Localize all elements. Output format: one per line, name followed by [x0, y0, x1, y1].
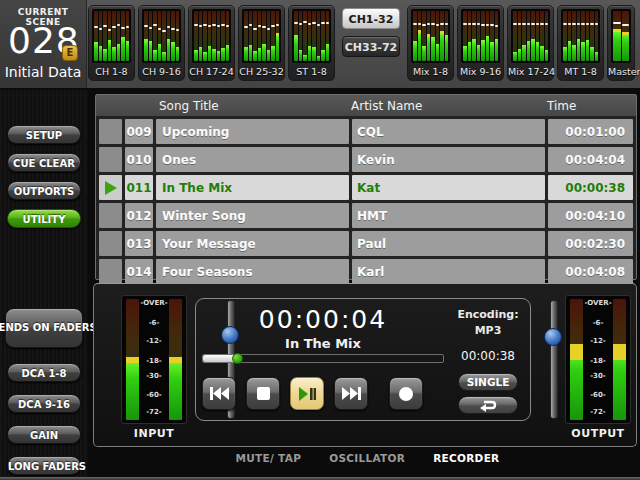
meter-bar [153, 11, 157, 61]
bottom-tab-bar: MUTE/ TAPOSCILLATORRECORDER [95, 452, 640, 464]
fast-forward-button[interactable] [334, 377, 368, 410]
tab-oscillator[interactable]: OSCILLATOR [329, 452, 405, 464]
sidebar-button-outports[interactable]: OUTPORTS [7, 181, 81, 200]
meter-block-mix-1-8[interactable]: Mix 1-8 [407, 5, 454, 81]
song-time: 00:01:00 [548, 119, 633, 144]
meter-bar [568, 11, 572, 61]
meter-block-ch-17-24[interactable]: CH 17-24 [188, 5, 235, 81]
meter-bar [522, 11, 526, 61]
meter-block-mix-9-16[interactable]: Mix 9-16 [457, 5, 504, 81]
song-table-header: Song Title Artist Name Time [96, 95, 636, 116]
meter-bar [112, 11, 116, 61]
meter-bar [199, 11, 203, 61]
meter-bar [436, 11, 440, 61]
song-row-010[interactable]: 010OnesKevin00:04:04 [99, 147, 633, 172]
rewind-button[interactable] [202, 377, 236, 410]
meter-bar [108, 11, 112, 61]
meter-screen [292, 9, 331, 63]
meter-bar [162, 11, 166, 61]
meter-block-label: Mix 9-16 [458, 63, 503, 80]
meter-block-label: Mix 17-24 [508, 63, 553, 80]
fader-bank-buttons: CH1-32CH33-72 [341, 8, 401, 57]
current-scene-panel[interactable]: CURRENT SCENE 028 E Initial Data [0, 0, 87, 88]
song-time: 00:00:38 [548, 175, 633, 200]
meter-screen [561, 9, 600, 63]
meter-scale-mark: -12- [140, 337, 168, 345]
meter-block-mt-1-8[interactable]: MT 1-8 [557, 5, 604, 81]
play-pause-button[interactable] [290, 377, 324, 410]
song-number: 014 [125, 259, 153, 284]
song-title: Winter Song [156, 203, 349, 228]
meter-bar [413, 11, 417, 61]
column-header-artist-name: Artist Name [346, 99, 539, 113]
output-label: OUTPUT [565, 427, 631, 440]
meter-bar [249, 11, 253, 61]
artist-name: Karl [352, 259, 545, 284]
meter-bar [477, 11, 481, 61]
meter-bar [581, 11, 585, 61]
repeat-button[interactable] [458, 396, 518, 414]
meter-block-label: CH 17-24 [189, 63, 234, 80]
song-table-rows: 009UpcomingCQL00:01:00010OnesKevin00:04:… [96, 116, 636, 287]
bank-button-ch33-72[interactable]: CH33-72 [342, 36, 400, 57]
meter-block-mix-17-24[interactable]: Mix 17-24 [507, 5, 554, 81]
meter-bar [518, 11, 522, 61]
sidebar-button-utility[interactable]: UTILITY [7, 209, 81, 228]
meter-bar [312, 11, 316, 61]
sidebar-button-dca-9-16[interactable]: DCA 9-16 [7, 394, 81, 413]
sidebar-button-long-faders[interactable]: LONG FADERS [7, 456, 81, 475]
stop-button[interactable] [246, 377, 280, 410]
record-button[interactable] [389, 377, 423, 410]
meter-screen [461, 9, 500, 63]
song-title: Upcoming [156, 119, 349, 144]
meter-block-master[interactable]: Master [607, 5, 635, 81]
meter-bar [158, 11, 162, 61]
single-mode-button[interactable]: SINGLE [458, 373, 518, 391]
meter-block-label: Mix 1-8 [408, 63, 453, 80]
song-total-time: 00:00:38 [428, 349, 548, 363]
tab-recorder[interactable]: RECORDER [433, 452, 499, 464]
record-icon [399, 387, 413, 401]
output-fader-knob[interactable] [544, 328, 562, 346]
sidebar-button-sends-on-faders[interactable]: SENDS ON FADERS [5, 308, 83, 348]
meter-block-st-1-8[interactable]: ST 1-8 [288, 5, 335, 81]
meter-block-label: CH 9-16 [139, 63, 184, 80]
meter-screen [411, 9, 450, 63]
song-time: 00:04:04 [548, 147, 633, 172]
song-number: 012 [125, 203, 153, 228]
meter-bar [513, 11, 517, 61]
meter-screen [192, 9, 231, 63]
meter-scale-mark: -18- [140, 357, 168, 365]
playback-progress-bar[interactable] [202, 354, 444, 363]
meter-bar [126, 11, 130, 61]
meter-bar [321, 11, 325, 61]
meter-block-ch-9-16[interactable]: CH 9-16 [138, 5, 185, 81]
song-title: Four Seasons [156, 259, 349, 284]
tab-mute-tap[interactable]: MUTE/ TAP [236, 452, 302, 464]
song-row-014[interactable]: 014Four SeasonsKarl00:04:08 [99, 259, 633, 284]
meter-bridge: CURRENT SCENE 028 E Initial Data CH 1-8C… [0, 0, 640, 90]
song-row-011[interactable]: 011In The MixKat00:00:38 [99, 175, 633, 200]
meter-bar [167, 11, 171, 61]
sidebar-button-setup[interactable]: SETUP [7, 125, 81, 144]
repeat-icon [478, 399, 498, 412]
progress-knob[interactable] [232, 353, 243, 364]
row-lead-cell [99, 203, 122, 228]
bank-button-ch1-32[interactable]: CH1-32 [342, 8, 400, 29]
scene-edited-badge: E [62, 45, 78, 61]
sidebar-button-cue-clear[interactable]: CUE CLEAR [7, 153, 81, 172]
output-fader[interactable] [544, 300, 562, 419]
sidebar-button-dca-1-8[interactable]: DCA 1-8 [7, 363, 81, 382]
meter-block-ch-25-32[interactable]: CH 25-32 [238, 5, 285, 81]
song-row-013[interactable]: 013Your MessagePaul00:02:30 [99, 231, 633, 256]
meter-scale-mark: -6- [140, 319, 168, 327]
output-level-meter: -OVER--6--12--18--30--60--72- [565, 295, 631, 424]
meter-block-ch-1-8[interactable]: CH 1-8 [88, 5, 135, 81]
playing-indicator-cell [99, 175, 122, 200]
meter-block-label: MT 1-8 [558, 63, 603, 80]
song-row-009[interactable]: 009UpcomingCQL00:01:00 [99, 119, 633, 144]
meter-bar [545, 11, 549, 61]
output-fader-track [550, 300, 558, 419]
song-row-012[interactable]: 012Winter SongHMT00:04:10 [99, 203, 633, 228]
sidebar-button-gain[interactable]: GAIN [7, 425, 81, 444]
